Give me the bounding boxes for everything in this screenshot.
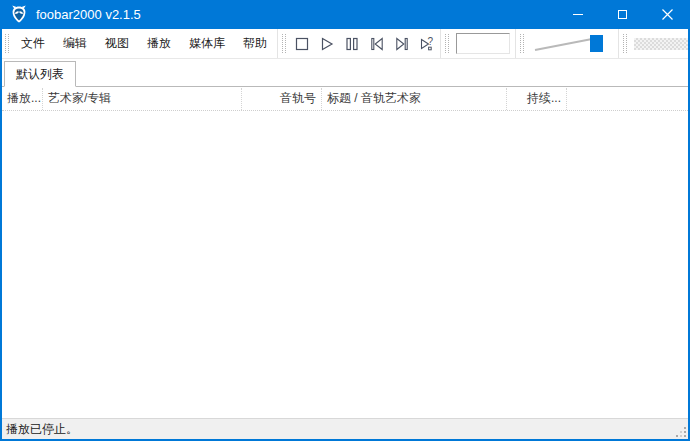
playlist-tab-bar: 默认列表 [2,59,688,87]
toolbar-separator [618,29,619,58]
playlist-body[interactable] [2,111,688,418]
random-order-icon: ? [418,35,436,53]
status-text: 播放已停止。 [6,421,78,438]
column-header-artist-album[interactable]: 艺术家/专辑 [43,88,242,110]
previous-icon [368,35,386,53]
volume-toolbar-drag-handle[interactable] [520,34,524,53]
play-button[interactable] [314,31,339,56]
column-header-title-track-artist[interactable]: 标题 / 音轨艺术家 [322,88,507,110]
menu-playback[interactable]: 播放 [138,29,180,58]
display-toolbar-drag-handle[interactable] [445,34,449,53]
volume-slider-thumb [590,35,603,52]
titlebar[interactable]: foobar2000 v2.1.5 [0,0,690,29]
pause-button[interactable] [339,31,364,56]
svg-text:?: ? [427,36,433,47]
foobar2000-alien-icon [9,5,29,24]
column-header-playing[interactable]: 播放... [2,88,43,110]
playback-order-button[interactable]: ? [414,31,439,56]
seekbar[interactable] [634,38,688,50]
column-header-empty [567,88,688,110]
close-button[interactable] [645,0,690,29]
volume-slider[interactable] [529,31,615,56]
toolbar-separator [440,29,441,58]
minimize-button[interactable] [555,0,600,29]
play-icon [318,35,336,53]
menu-toolbar: 文件 编辑 视图 播放 媒体库 帮助 [2,29,688,59]
toolbar-separator [515,29,516,58]
menu-view[interactable]: 视图 [96,29,138,58]
previous-track-button[interactable] [364,31,389,56]
column-header-duration[interactable]: 持续... [507,88,567,110]
playlist-column-headers: 播放... 艺术家/专辑 音轨号 标题 / 音轨艺术家 持续... [2,88,688,111]
playback-toolbar-drag-handle[interactable] [282,34,286,53]
column-header-track-number[interactable]: 音轨号 [242,88,322,110]
tab-default-playlist[interactable]: 默认列表 [4,61,76,87]
maximize-button[interactable] [600,0,645,29]
window-title: foobar2000 v2.1.5 [36,7,555,22]
maximize-icon [618,10,627,19]
stop-icon [293,35,311,53]
next-icon [393,35,411,53]
stop-button[interactable] [289,31,314,56]
close-icon [662,9,673,20]
minimize-icon [573,14,583,15]
menu-help[interactable]: 帮助 [234,29,276,58]
time-display-box [456,33,510,54]
toolbar-separator [277,29,278,58]
pause-icon [343,35,361,53]
status-bar: 播放已停止。 [2,418,688,439]
menubar-drag-handle[interactable] [5,34,9,53]
menu-library[interactable]: 媒体库 [180,29,234,58]
seekbar-toolbar-drag-handle[interactable] [623,34,627,53]
menu-edit[interactable]: 编辑 [54,29,96,58]
app-window: foobar2000 v2.1.5 文件 编辑 视图 播放 媒体库 帮助 [0,0,690,441]
resize-grip[interactable] [676,427,687,438]
next-track-button[interactable] [389,31,414,56]
menu-file[interactable]: 文件 [12,29,54,58]
